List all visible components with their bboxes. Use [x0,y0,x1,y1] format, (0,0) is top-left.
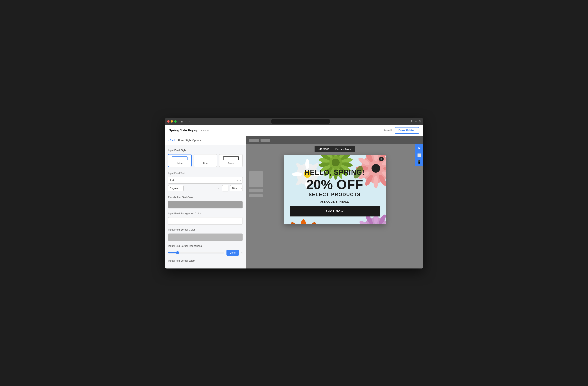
sidebar-nav: ‹ Back Form Style Options [165,136,246,145]
popup-headline: HELLO, SPRING! [290,168,380,176]
font-name-row: Lato Arial Georgia × ▾ [168,177,243,184]
slider-row: Done × [168,250,243,256]
size-dropdown-icon: ▾ [241,187,242,190]
font-size-wrapper: 16px 12px 14px 18px 24px ▾ [230,185,243,191]
input-field-text-section: Input Field Text Lato Arial Georgia × ▾ [168,172,243,192]
placeholder-block-1 [249,171,263,187]
draft-badge: Draft [201,129,209,132]
minimize-traffic-light[interactable] [171,120,173,123]
line-label: Line [203,162,208,165]
main-layout: ‹ Back Form Style Options Input Field St… [165,136,423,269]
tabs-btn[interactable]: ⧉ [419,120,421,123]
block-preview [223,156,239,160]
app-header: Spring Sale Popup Draft Saved! Done Edit… [165,125,423,136]
done-small-button[interactable]: Done [227,250,239,256]
weight-dropdown-icon: ▾ [218,187,219,190]
back-nav-btn[interactable]: ‹ [185,119,187,123]
popup-code-value: SPRING20 [336,200,349,203]
placeholder-block-3 [249,194,263,197]
preview-side-placeholders [249,171,263,197]
back-button[interactable]: ‹ Back [168,139,176,142]
preview-mode-tab[interactable]: Preview Mode [332,146,355,152]
close-traffic-light[interactable] [167,120,169,123]
input-field-style-label: Input Field Style [168,149,243,152]
sidebar: ‹ Back Form Style Options Input Field St… [165,136,246,269]
preview-controls-left [249,139,270,142]
close-x-icon: × [380,157,382,160]
edit-mode-tab[interactable]: Edit Mode [315,146,332,152]
popup-content: × HELLO, SPRING! 20% OFF SELECT PRODUCTS… [284,155,386,224]
tablet-icon[interactable]: ⬜ [417,153,422,158]
sidebar-nav-title: Form Style Options [178,139,202,142]
address-bar: platform.powr.io [192,119,409,124]
back-chevron-icon: ‹ [168,139,169,142]
url-input[interactable]: platform.powr.io [271,119,330,124]
share-btn[interactable]: ⬆ [410,119,413,123]
preview-top-bar [246,136,423,144]
input-border-color-section: Input Field Border Color [168,228,243,241]
popup-subheading: SELECT PRODUCTS [290,192,380,197]
code-prefix: USE CODE: [320,200,335,203]
popup-close-button[interactable]: × [379,157,384,161]
input-border-color-label: Input Field Border Color [168,228,243,231]
line-preview [197,156,213,160]
input-field-text-label: Input Field Text [168,172,243,175]
edit-mode-label: Edit Mode [318,147,329,150]
browser-nav-controls: ⊞ ‹ › [180,119,191,123]
input-bg-color-section: Input Field Background Color [168,212,243,225]
app-title: Spring Sale Popup [169,129,198,132]
traffic-lights [167,120,177,123]
forward-nav-btn[interactable]: › [189,119,191,123]
popup-offer: 20% OFF [290,178,380,191]
style-options-group: Inline Line Block [168,154,243,167]
preview-control-rect-1 [249,139,259,142]
inline-label: Inline [177,162,183,165]
draft-label: Draft [203,129,209,132]
font-weight-select[interactable]: Regular Bold Italic [168,185,184,191]
draft-dot [201,130,202,131]
font-dropdown-icon: ▾ [240,179,242,182]
font-family-select[interactable]: Lato Arial Georgia [168,177,243,184]
mode-tabs: Edit Mode Preview Mode [246,146,423,152]
style-option-block[interactable]: Block [219,154,243,167]
font-clear-icon[interactable]: × [237,179,238,182]
style-option-line[interactable]: Line [194,154,217,167]
placeholder-block-2 [249,189,263,193]
new-tab-btn[interactable]: + [415,120,417,123]
sidebar-content: Input Field Style Inline Line Block [165,145,246,269]
input-bg-color-label: Input Field Background Color [168,212,243,215]
back-label: Back [170,139,176,142]
border-roundness-section: Input Field Border Roundness Done × [168,244,243,256]
shop-now-button[interactable]: SHOP NOW [290,206,380,216]
saved-indicator: Saved! [383,129,392,132]
input-border-color-swatch[interactable] [168,233,243,241]
inline-preview [172,156,188,160]
font-select-wrapper: Lato Arial Georgia × ▾ [168,177,243,184]
preview-mode-label: Preview Mode [336,148,352,151]
preview-area: Edit Mode Preview Mode 🖥 ⬜ 📱 [246,136,423,269]
placeholder-color-label: Placeholder Text Color [168,196,243,199]
popup-modal: × HELLO, SPRING! 20% OFF SELECT PRODUCTS… [284,155,386,224]
border-roundness-slider[interactable] [168,251,225,254]
done-editing-button[interactable]: Done Editing [395,127,419,134]
font-style-row: Regular Bold Italic ▾ 16px 12px 14px [168,185,243,192]
placeholder-color-section: Placeholder Text Color [168,196,243,209]
border-roundness-label: Input Field Border Roundness [168,244,243,247]
placeholder-color-swatch[interactable] [168,201,243,209]
maximize-traffic-light[interactable] [174,120,177,123]
header-right: Saved! Done Editing [383,127,419,134]
mobile-icon[interactable]: 📱 [417,159,422,165]
popup-code: USE CODE: SPRING20 [290,200,380,203]
browser-action-buttons: ⬆ + ⧉ [410,119,421,123]
browser-titlebar: ⊞ ‹ › platform.powr.io ⬆ + ⧉ [165,118,423,125]
block-label: Block [228,162,234,165]
preview-control-rect-2 [261,139,270,142]
input-bg-color-swatch[interactable] [168,217,243,225]
browser-window: ⊞ ‹ › platform.powr.io ⬆ + ⧉ Spring Sale… [165,118,423,269]
sidebar-toggle-btn[interactable]: ⊞ [180,119,184,123]
slider-close-button[interactable]: × [241,251,243,254]
input-border-width-label: Input Field Border Width [168,259,243,262]
style-option-inline[interactable]: Inline [168,154,192,167]
font-color-swatch[interactable] [222,185,229,192]
